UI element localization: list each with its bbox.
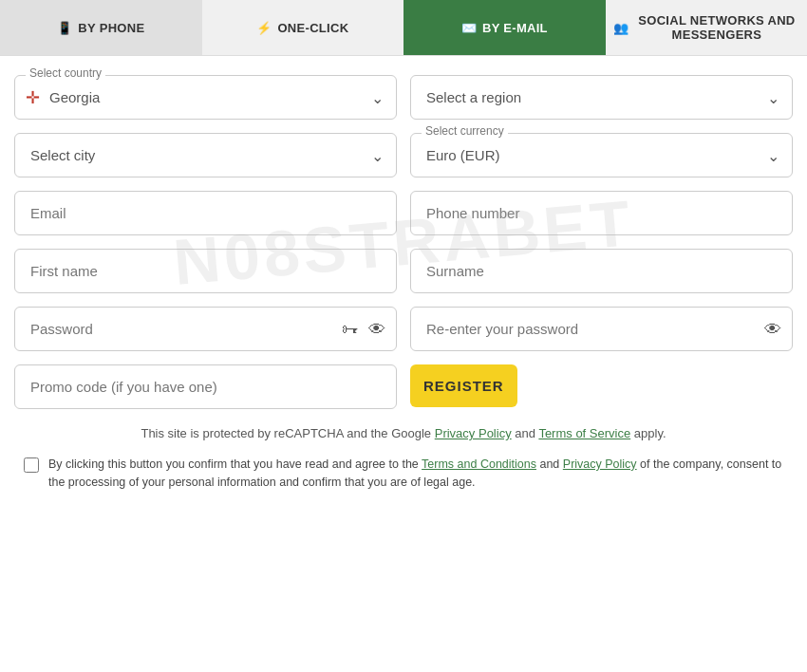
terms-service-link[interactable]: Terms of Service (538, 426, 630, 440)
tab-by-phone[interactable]: 📱 BY PHONE (0, 0, 202, 55)
phone-icon: 📱 (57, 21, 72, 35)
password-icons: 🗝 👁 (342, 319, 385, 339)
row-city-currency: Select city ⌄ Select currency Euro (EUR)… (14, 133, 793, 177)
tab-one-click[interactable]: ⚡ ONE-CLICK (202, 0, 404, 55)
privacy-policy2-link[interactable]: Privacy Policy (563, 457, 637, 471)
footer-terms: By clicking this button you confirm that… (14, 456, 793, 506)
surname-input[interactable] (410, 249, 793, 293)
repassword-input[interactable] (410, 307, 793, 351)
registration-form: Select country ✛ Georgia ⌄ Select a regi… (0, 56, 807, 520)
georgia-flag-icon: ✛ (26, 87, 40, 108)
repassword-eye-icon[interactable]: 👁 (764, 319, 781, 339)
footer-recaptcha: This site is protected by reCAPTCHA and … (14, 426, 793, 440)
password-col: 🗝 👁 (14, 307, 397, 351)
country-label: Select country (26, 66, 105, 80)
email-input[interactable] (14, 191, 397, 235)
lightning-icon: ⚡ (256, 21, 272, 35)
currency-select[interactable]: Euro (EUR) (410, 133, 793, 177)
eye-slash-icon[interactable]: 👁 (368, 319, 385, 339)
row-country-region: Select country ✛ Georgia ⌄ Select a regi… (14, 75, 793, 120)
firstname-col (14, 249, 397, 293)
tab-social[interactable]: 👥 SOCIAL NETWORKS AND MESSENGERS (606, 0, 808, 55)
city-select[interactable]: Select city (14, 133, 397, 177)
row-promo-register: REGISTER (14, 364, 793, 409)
currency-label: Select currency (422, 124, 508, 138)
terms-conditions-link[interactable]: Terms and Conditions (422, 457, 536, 471)
promo-col (14, 364, 397, 409)
surname-col (410, 249, 793, 293)
key-icon[interactable]: 🗝 (342, 319, 359, 339)
form-wrapper: Select country ✛ Georgia ⌄ Select a regi… (14, 75, 793, 409)
promo-input[interactable] (14, 364, 397, 409)
row-name-surname (14, 249, 793, 293)
row-email-phone (14, 191, 793, 235)
register-col: REGISTER (410, 364, 793, 409)
terms-checkbox[interactable] (24, 457, 39, 473)
tab-bar: 📱 BY PHONE ⚡ ONE-CLICK ✉️ BY E-MAIL 👥 SO… (0, 0, 807, 56)
email-col (14, 191, 397, 235)
password-input[interactable] (14, 307, 397, 351)
firstname-input[interactable] (14, 249, 397, 293)
city-col: Select city ⌄ (14, 133, 397, 177)
repassword-icons: 👁 (764, 319, 781, 339)
country-select[interactable]: Georgia (14, 75, 397, 120)
region-col: Select a region ⌄ (410, 75, 793, 120)
region-select[interactable]: Select a region (410, 75, 793, 120)
privacy-policy-link[interactable]: Privacy Policy (435, 426, 512, 440)
country-col: Select country ✛ Georgia ⌄ (14, 75, 397, 120)
users-icon: 👥 (613, 21, 629, 35)
row-passwords: 🗝 👁 👁 (14, 307, 793, 351)
phone-input[interactable] (410, 191, 793, 235)
currency-col: Select currency Euro (EUR) ⌄ (410, 133, 793, 177)
repassword-col: 👁 (410, 307, 793, 351)
email-icon: ✉️ (461, 21, 477, 35)
tab-by-email[interactable]: ✉️ BY E-MAIL (404, 0, 606, 55)
phone-col (410, 191, 793, 235)
register-button[interactable]: REGISTER (410, 364, 517, 407)
